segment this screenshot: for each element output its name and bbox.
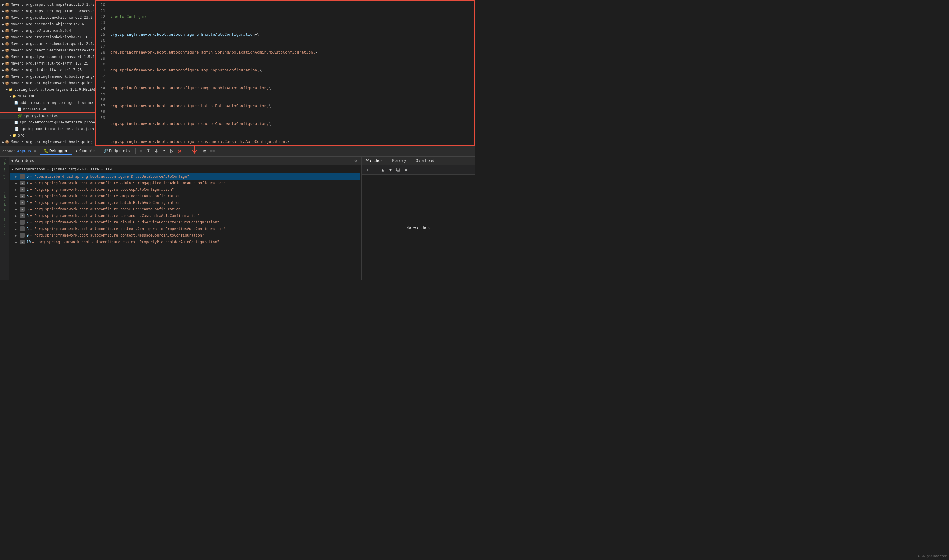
tree-item-label: spring.factories <box>23 114 58 118</box>
thread-invo2[interactable]: invo <box>3 232 6 240</box>
toolbar-runtocursor-btn[interactable] <box>168 148 176 155</box>
tab-endpoints[interactable]: 🔗 Endpoints <box>100 147 133 155</box>
tree-item-ow2asm[interactable]: ▶ 📦 Maven: org.ow2.asm:asm:5.0.4 <box>0 28 95 34</box>
var-item-expand: ▶ <box>15 227 19 231</box>
tab-memory[interactable]: Memory <box>387 157 411 165</box>
spring-icon: 🌿 <box>18 113 22 118</box>
variables-highlighted-container: ▶ = 0 = "com.alibaba.druid.spring.boot.a… <box>10 173 360 246</box>
maven-icon: 📦 <box>5 74 9 79</box>
var-item-0[interactable]: ▶ = 0 = "com.alibaba.druid.spring.boot.a… <box>11 173 360 180</box>
json-icon: 📄 <box>14 100 19 105</box>
thread-posi[interactable]: posi <box>3 215 6 223</box>
var-filter-button[interactable]: ⚙ <box>353 158 359 164</box>
expand-arrow: ▶ <box>2 49 4 52</box>
tree-item-mapstruct-processor[interactable]: ▶ 📦 Maven: org.mapstruct:mapstruct-proce… <box>0 8 95 14</box>
tab-console[interactable]: ▶ Console <box>73 147 99 155</box>
watches-up-btn[interactable]: ▲ <box>380 167 386 173</box>
expand-arrow: ▶ <box>2 3 4 6</box>
tree-item-meta-inf[interactable]: ▼ 📂 META-INF <box>0 93 95 99</box>
thread-proc4[interactable]: proc <box>3 207 6 215</box>
toolbar-frames-btn[interactable]: ⊞ <box>201 148 208 155</box>
expand-arrow: ▶ <box>2 29 4 32</box>
tree-item-org[interactable]: ▶ 📁 org <box>0 132 95 138</box>
toolbar-vars-btn[interactable]: ≡≡ <box>209 148 216 155</box>
var-item-7[interactable]: ▶ = 7 = "org.springframework.boot.autoco… <box>11 219 360 226</box>
var-equals-icon: = <box>20 207 25 212</box>
var-item-10[interactable]: ▶ = 10 = "org.springframework.boot.autoc… <box>11 238 360 245</box>
variables-collapse-arrow[interactable]: ▼ <box>11 159 13 163</box>
thread-proc3[interactable]: proc <box>3 191 6 198</box>
expand-arrow: ▶ <box>2 140 4 144</box>
toolbar-stepover-btn[interactable] <box>145 148 152 155</box>
tree-item-spring-boot-autoconfigure[interactable]: ▼ 📦 Maven: org.springframework.boot:spri… <box>0 80 95 86</box>
tree-item-jsonassert[interactable]: ▶ 📦 Maven: org.skyscreamer:jsonassert:1.… <box>0 54 95 60</box>
var-value-3: = "org.springframework.boot.autoconfigur… <box>30 194 183 198</box>
tree-item-spring-factories[interactable]: 🌿 spring.factories <box>0 112 95 119</box>
var-item-8[interactable]: ▶ = 8 = "org.springframework.boot.autoco… <box>11 226 360 232</box>
thread-getl[interactable]: getl <box>3 174 6 182</box>
thread-proc1[interactable]: proc <box>3 166 6 174</box>
arrow-indicator <box>188 146 201 156</box>
tree-item-quartz[interactable]: ▶ 📦 Maven: org.quartz-scheduler:quartz:2… <box>0 40 95 47</box>
debug-label: debug: <box>2 149 15 153</box>
var-item-4[interactable]: ▶ = 4 = "org.springframework.boot.autoco… <box>11 199 360 206</box>
watches-copy-btn[interactable] <box>395 167 401 173</box>
tree-item-label: spring-boot-autoconfigure-2.1.0.RELEASE.… <box>14 88 95 92</box>
toolbar-layout-btn[interactable]: ≡ <box>137 148 145 155</box>
tree-item-slf4j-api[interactable]: ▶ 📦 Maven: org.slf4j:slf4j-api:1.7.25 <box>0 67 95 73</box>
var-equals-icon: = <box>20 194 25 198</box>
code-line-21: org.springframework.boot.autoconfigure.E… <box>110 32 472 37</box>
thread-invo1[interactable]: invo <box>3 224 6 231</box>
toolbar-stepinto-btn[interactable] <box>153 148 160 155</box>
variables-list: ▼ configurations = {LinkedList@4263} siz… <box>9 165 361 247</box>
watches-add-btn[interactable]: + <box>364 167 370 173</box>
tree-item-lombok[interactable]: ▶ 📦 Maven: org.projectlombok:lombok:1.18… <box>0 34 95 40</box>
tree-item-mapstruct[interactable]: ▶ 📦 Maven: org.mapstruct:mapstruct:1.3.1… <box>0 1 95 8</box>
watches-remove-btn[interactable]: − <box>372 167 378 173</box>
tree-item-reactive[interactable]: ▶ 📦 Maven: org.reactivestreams:reactive-… <box>0 47 95 54</box>
watches-infinity-btn[interactable]: ∞ <box>403 167 409 173</box>
tree-item-mockito[interactable]: ▶ 📦 Maven: org.mockito:mockito-core:2.23… <box>0 14 95 21</box>
tree-item-slf4j-jul[interactable]: ▶ 📦 Maven: org.slf4j:jul-to-slf4j:1.7.25 <box>0 60 95 67</box>
thread-get[interactable]: get/ <box>3 158 6 165</box>
code-line-25: org.springframework.boot.autoconfigure.b… <box>110 103 472 109</box>
var-section-arrow[interactable]: ▼ <box>11 168 13 171</box>
tree-item-manifest[interactable]: 📄 MANIFEST.MF <box>0 106 95 112</box>
watches-down-btn[interactable]: ▼ <box>387 167 394 173</box>
var-item-6[interactable]: ▶ = 6 = "org.springframework.boot.autoco… <box>11 212 360 219</box>
code-line-22: org.springframework.boot.autoconfigure.a… <box>110 49 472 55</box>
thread-proc2[interactable]: proc <box>3 182 6 190</box>
tab-watches[interactable]: Watches <box>362 157 387 165</box>
tree-item-objenesis[interactable]: ▶ 📦 Maven: org.objenesis:objenesis:2.6 <box>0 21 95 28</box>
var-item-5[interactable]: ▶ = 5 = "org.springframework.boot.autoco… <box>11 206 360 212</box>
app-run-tab[interactable]: AppRun <box>17 149 31 153</box>
tree-item-spring-boot[interactable]: ▶ 📦 Maven: org.springframework.boot:spri… <box>0 73 95 80</box>
svg-rect-3 <box>397 168 399 171</box>
var-item-3[interactable]: ▶ = 3 = "org.springframework.boot.autoco… <box>11 193 360 199</box>
var-value-2: = "org.springframework.boot.autoconfigur… <box>30 188 174 192</box>
toolbar-stop-btn[interactable] <box>176 148 183 155</box>
tab-debugger[interactable]: 🐛 Debugger <box>40 147 72 155</box>
watches-toolbar: + − ▲ ▼ ∞ <box>362 165 474 175</box>
tree-item-label: Maven: org.mapstruct:mapstruct-processor… <box>11 9 95 13</box>
expand-arrow: ▶ <box>2 16 4 19</box>
var-item-9[interactable]: ▶ = 9 = "org.springframework.boot.autoco… <box>11 232 360 238</box>
toolbar-stepout-btn[interactable] <box>160 148 168 155</box>
var-name-1: 1 <box>26 181 29 185</box>
tree-item-spring-boot-starter[interactable]: ▶ 📦 Maven: org.springframework.boot:spri… <box>0 138 95 145</box>
code-line-24: org.springframework.boot.autoconfigure.a… <box>110 85 472 91</box>
tree-item-spring-config-meta[interactable]: 📄 spring-configuration-metadata.json <box>0 126 95 132</box>
tree-item-additional-spring[interactable]: 📄 additional-spring-configuration-metada… <box>0 99 95 106</box>
json-icon: 📄 <box>15 126 19 131</box>
var-item-1[interactable]: ▶ = 1 = "org.springframework.boot.autoco… <box>11 180 360 186</box>
tree-item-spring-autoconfigure-meta[interactable]: 📄 spring-autoconfigure-metadata.properti… <box>0 119 95 126</box>
var-item-2[interactable]: ▶ = 2 = "org.springframework.boot.autoco… <box>11 186 360 193</box>
var-name-3: 3 <box>26 194 29 198</box>
tree-item-label: Maven: org.quartz-scheduler:quartz:2.3.0 <box>11 42 95 46</box>
tab-overhead[interactable]: Overhead <box>411 157 439 165</box>
thread-pars[interactable]: pars <box>3 199 6 206</box>
tree-item-jar[interactable]: ▼ 📁 spring-boot-autoconfigure-2.1.0.RELE… <box>0 86 95 93</box>
var-value-0: = "com.alibaba.druid.spring.boot.autocon… <box>30 174 189 178</box>
close-tab-icon[interactable]: ✕ <box>34 149 36 153</box>
tab-console-label: Console <box>79 148 96 153</box>
